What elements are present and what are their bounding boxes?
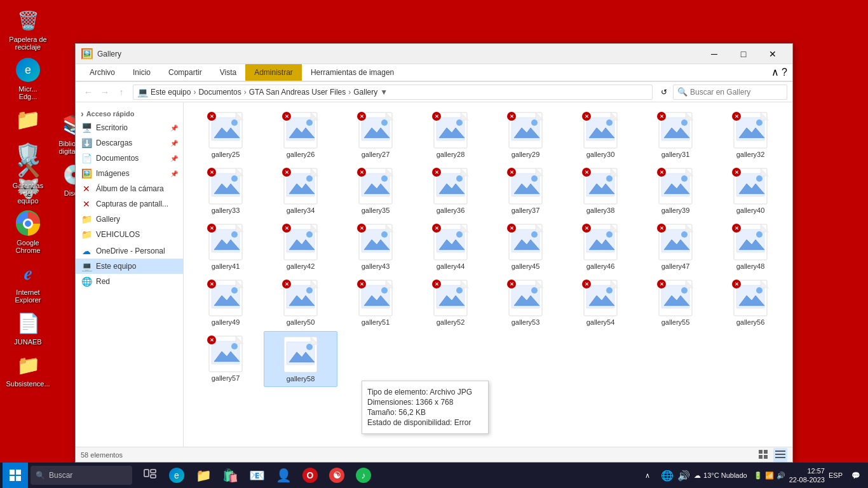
taskbar-file-explorer[interactable]: 📁: [191, 463, 216, 488]
breadcrumb-gta[interactable]: GTA San Andreas User Files: [249, 88, 346, 97]
desktop-icon-edge[interactable]: e Micr...Edg...: [5, 55, 51, 103]
desktop-icon-folder[interactable]: 📁: [5, 104, 51, 137]
tab-compartir[interactable]: Compartir: [159, 64, 211, 81]
taskbar-spotify[interactable]: ♪: [351, 463, 376, 488]
tab-vista[interactable]: Vista: [211, 64, 245, 81]
breadcrumb-documentos[interactable]: Documentos: [198, 88, 241, 97]
file-item-gallery32[interactable]: gallery32: [714, 107, 787, 162]
taskbar-edge[interactable]: e: [164, 463, 189, 488]
tab-archivo[interactable]: Archivo: [81, 64, 124, 81]
file-item-gallery54[interactable]: gallery54: [564, 275, 637, 330]
file-item-gallery37[interactable]: gallery37: [489, 163, 562, 218]
file-item-gallery45[interactable]: gallery45: [489, 219, 562, 274]
file-item-gallery34[interactable]: gallery34: [264, 163, 337, 218]
desktop-icon-junaeb[interactable]: 📄 JUNAEB: [5, 308, 51, 348]
file-grid-container[interactable]: gallery25 gallery26 gallery27: [184, 102, 792, 447]
file-item-gallery31[interactable]: gallery31: [639, 107, 712, 162]
file-item-gallery51[interactable]: gallery51: [339, 275, 412, 330]
help-button[interactable]: ?: [782, 67, 787, 78]
minimize-button[interactable]: ─: [700, 44, 729, 64]
file-item-gallery43[interactable]: gallery43: [339, 219, 412, 274]
tooltip-tipo: Tipo de elemento: Archivo JPG: [367, 388, 483, 396]
taskbar-search[interactable]: 🔍 Buscar: [31, 466, 132, 485]
file-item-gallery35[interactable]: gallery35: [339, 163, 412, 218]
refresh-button[interactable]: ↺: [656, 85, 672, 100]
search-box[interactable]: 🔍: [673, 85, 787, 100]
file-item-gallery58[interactable]: gallery58: [264, 331, 337, 387]
address-bar[interactable]: 💻 Este equipo › Documentos › GTA San And…: [133, 85, 653, 100]
file-item-gallery39[interactable]: gallery39: [639, 163, 712, 218]
file-item-gallery29[interactable]: gallery29: [489, 107, 562, 162]
sidebar-item-escritorio[interactable]: 🖥️ Escritorio 📌: [76, 120, 183, 135]
tab-administrar[interactable]: Administrar: [245, 64, 302, 81]
taskbar-opera[interactable]: O: [297, 463, 323, 488]
file-item-gallery38[interactable]: gallery38: [564, 163, 637, 218]
sidebar-item-capturas[interactable]: ✕ Capturas de pantall...: [76, 196, 183, 212]
sidebar-item-este-equipo[interactable]: 💻 Este equipo: [76, 259, 183, 274]
taskbar-mail[interactable]: 📧: [244, 463, 269, 488]
taskbar-volume-icon[interactable]: 🔊: [677, 470, 690, 482]
sidebar-item-gallery[interactable]: 📁 Gallery: [76, 212, 183, 227]
file-item-gallery49[interactable]: gallery49: [189, 275, 262, 330]
back-button[interactable]: ←: [81, 85, 96, 100]
clock[interactable]: 12:57 22-08-2023: [789, 466, 825, 485]
desktop-icon-internet-explorer[interactable]: 𝒆 InternetExplorer: [5, 258, 51, 306]
sidebar-item-red[interactable]: 🌐 Red: [76, 274, 183, 289]
file-item-gallery40[interactable]: gallery40: [714, 163, 787, 218]
file-item-gallery28[interactable]: gallery28: [414, 107, 487, 162]
file-item-gallery27[interactable]: gallery27: [339, 107, 412, 162]
search-input[interactable]: [690, 88, 783, 97]
start-button[interactable]: [3, 463, 28, 488]
file-item-gallery53[interactable]: gallery53: [489, 275, 562, 330]
file-item-gallery46[interactable]: gallery46: [564, 219, 637, 274]
file-item-gallery56[interactable]: gallery56: [714, 275, 787, 330]
sidebar-item-album[interactable]: ✕ Álbum de la cámara: [76, 181, 183, 196]
sidebar-item-documentos[interactable]: 📄 Documentos 📌: [76, 151, 183, 166]
taskbar-person[interactable]: 👤: [271, 463, 296, 488]
breadcrumb-gallery[interactable]: Gallery: [353, 88, 377, 97]
large-icons-view-button[interactable]: [757, 448, 771, 462]
sidebar-item-imagenes[interactable]: 🖼️ Imágenes 📌: [76, 166, 183, 181]
quick-access-header[interactable]: Acceso rápido: [76, 106, 183, 120]
file-item-gallery47[interactable]: gallery47: [639, 219, 712, 274]
breadcrumb-dropdown[interactable]: ▼: [380, 88, 388, 97]
desktop-icon-subsistence[interactable]: 📁 Subsistence...: [5, 349, 51, 390]
sidebar-item-vehiculos[interactable]: 📁 VEHICULOS: [76, 227, 183, 242]
file-item-gallery25[interactable]: gallery25: [189, 107, 262, 162]
desktop-icon-google-chrome[interactable]: Google Chrome: [5, 208, 51, 257]
file-item-gallery50[interactable]: gallery50: [264, 275, 337, 330]
collapse-ribbon-button[interactable]: ∧: [771, 66, 779, 78]
forward-button[interactable]: →: [97, 85, 112, 100]
breadcrumb-this-pc[interactable]: Este equipo: [151, 88, 191, 97]
file-item-gallery55[interactable]: gallery55: [639, 275, 712, 330]
tab-herramientas[interactable]: Herramientas de imagen: [302, 64, 403, 81]
file-name-label: gallery39: [661, 207, 690, 214]
taskbar-unknown1[interactable]: ☯: [324, 463, 349, 488]
details-view-button[interactable]: [773, 448, 787, 462]
file-item-gallery41[interactable]: gallery41: [189, 219, 262, 274]
desktop-icon-garantias[interactable]: 🛠️ Garantías delequipo: [5, 151, 51, 207]
notification-center-button[interactable]: 💬: [846, 466, 865, 485]
file-item-gallery26[interactable]: gallery26: [264, 107, 337, 162]
language-indicator[interactable]: ESP: [829, 471, 843, 479]
up-button[interactable]: ↑: [114, 85, 129, 100]
maximize-button[interactable]: □: [729, 44, 758, 64]
taskbar-store[interactable]: 🛍️: [217, 463, 243, 488]
sidebar-item-onedrive[interactable]: ☁ OneDrive - Personal: [76, 243, 183, 259]
show-hidden-icons[interactable]: ∧: [638, 466, 657, 485]
weather-widget[interactable]: ☁ 13°C Nublado: [694, 471, 747, 480]
close-button[interactable]: ✕: [758, 44, 787, 64]
file-item-gallery44[interactable]: gallery44: [414, 219, 487, 274]
file-item-gallery33[interactable]: gallery33: [189, 163, 262, 218]
file-item-gallery42[interactable]: gallery42: [264, 219, 337, 274]
sidebar-item-descargas[interactable]: ⬇️ Descargas 📌: [76, 135, 183, 151]
taskbar-task-view[interactable]: [137, 463, 163, 488]
file-item-gallery36[interactable]: gallery36: [414, 163, 487, 218]
tab-inicio[interactable]: Inicio: [124, 64, 159, 81]
file-item-gallery57[interactable]: gallery57: [189, 331, 262, 387]
desktop-icon-recycle-bin[interactable]: 🗑️ Papelera de reciclaje: [5, 5, 51, 53]
file-item-gallery48[interactable]: gallery48: [714, 219, 787, 274]
file-item-gallery30[interactable]: gallery30: [564, 107, 637, 162]
file-item-gallery52[interactable]: gallery52: [414, 275, 487, 330]
taskbar-network-icon[interactable]: 🌐: [661, 470, 674, 482]
